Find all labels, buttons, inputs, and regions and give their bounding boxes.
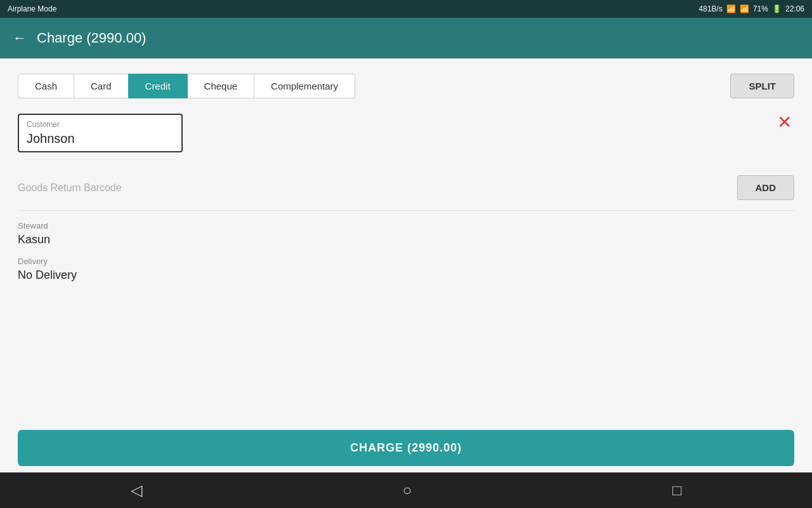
- battery-icon: 🔋: [772, 4, 782, 13]
- steward-label: Steward: [18, 221, 794, 231]
- status-icons: 481B/s 📶 📶 71% 🔋 22:06: [699, 4, 804, 13]
- back-button[interactable]: ←: [13, 30, 27, 46]
- steward-section: Steward Kasun: [18, 221, 794, 246]
- steward-value: Kasun: [18, 233, 794, 246]
- delivery-label: Delivery: [18, 257, 794, 266]
- tab-cash[interactable]: Cash: [18, 74, 74, 98]
- nav-home-icon[interactable]: ○: [403, 481, 412, 499]
- barcode-input[interactable]: Goods Return Barcode: [18, 182, 737, 194]
- delivery-value: No Delivery: [18, 269, 794, 282]
- page-title: Charge (2990.00): [37, 30, 146, 46]
- clear-customer-button[interactable]: ✕: [775, 114, 794, 131]
- main-content: Cash Card Credit Cheque Complementary SP…: [0, 58, 812, 472]
- delivery-section: Delivery No Delivery: [18, 257, 794, 282]
- add-button[interactable]: ADD: [737, 175, 795, 200]
- tab-credit[interactable]: Credit: [128, 74, 187, 98]
- airplane-mode-label: Airplane Mode: [8, 4, 56, 13]
- signal-icon: 📶: [726, 4, 736, 13]
- split-button[interactable]: SPLIT: [730, 74, 794, 98]
- wifi-icon: 📶: [740, 4, 749, 13]
- clock: 22:06: [785, 4, 804, 13]
- customer-field-wrapper: Customer Johnson ✕: [18, 114, 794, 152]
- nav-back-icon[interactable]: ◁: [131, 481, 142, 499]
- tabs-container: Cash Card Credit Cheque Complementary: [18, 74, 794, 98]
- bottom-bar: CHARGE (2990.00): [0, 424, 812, 472]
- customer-value: Johnson: [27, 131, 174, 146]
- network-speed: 481B/s: [699, 4, 723, 13]
- nav-bar: ◁ ○ □: [0, 472, 812, 508]
- header: ← Charge (2990.00): [0, 18, 812, 58]
- tab-card[interactable]: Card: [74, 74, 128, 98]
- customer-field[interactable]: Customer Johnson: [18, 114, 183, 152]
- tab-cheque[interactable]: Cheque: [187, 74, 254, 98]
- barcode-row: Goods Return Barcode ADD: [18, 165, 794, 211]
- tab-complementary[interactable]: Complementary: [254, 74, 355, 98]
- battery-level: 71%: [753, 4, 768, 13]
- status-bar: Airplane Mode 481B/s 📶 📶 71% 🔋 22:06: [0, 0, 812, 18]
- charge-button[interactable]: CHARGE (2990.00): [18, 430, 794, 466]
- nav-recents-icon[interactable]: □: [672, 481, 682, 499]
- customer-label: Customer: [27, 120, 174, 129]
